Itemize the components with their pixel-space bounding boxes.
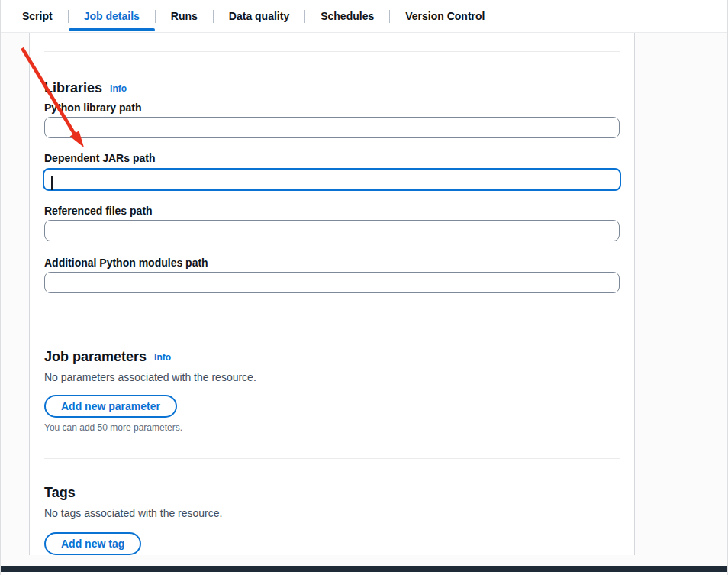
python-library-path-input[interactable] — [44, 117, 620, 138]
tags-heading-text: Tags — [44, 485, 76, 500]
text-cursor — [51, 176, 53, 190]
tags-section: Tags No tags associated with the resourc… — [44, 484, 620, 555]
tab-job-details[interactable]: Job details — [69, 0, 155, 32]
tab-schedules-label: Schedules — [321, 10, 374, 22]
dependent-jars-path-label: Dependent JARs path — [44, 152, 620, 164]
tab-script-label: Script — [22, 10, 53, 22]
tab-runs[interactable]: Runs — [156, 0, 213, 32]
libraries-section: LibrariesInfo Python library path Depend… — [44, 79, 620, 293]
referenced-files-path-input[interactable] — [44, 220, 620, 241]
tab-schedules[interactable]: Schedules — [305, 0, 389, 32]
job-parameters-info-link[interactable]: Info — [154, 352, 171, 363]
parameter-limit-text: You can add 50 more parameters. — [44, 422, 620, 433]
window-bottom-bar — [1, 566, 727, 572]
referenced-files-path-field — [44, 220, 620, 241]
tab-runs-label: Runs — [171, 10, 198, 22]
libraries-info-link[interactable]: Info — [110, 83, 127, 94]
python-library-path-field — [44, 117, 620, 138]
window-bottom-edge — [1, 572, 727, 575]
section-divider — [44, 51, 620, 52]
section-divider — [44, 321, 620, 321]
tab-script[interactable]: Script — [7, 0, 68, 32]
tags-empty-text: No tags associated with the resource. — [44, 506, 620, 520]
tags-heading: Tags — [44, 484, 620, 501]
dependent-jars-path-input[interactable] — [43, 168, 621, 191]
additional-python-modules-path-field — [44, 272, 620, 293]
tab-version-control[interactable]: Version Control — [390, 0, 500, 32]
add-new-tag-button[interactable]: Add new tag — [44, 532, 141, 555]
job-parameters-heading: Job parametersInfo — [44, 348, 620, 366]
job-details-panel: LibrariesInfo Python library path Depend… — [29, 33, 635, 555]
tab-bar: Script Job details Runs Data quality Sch… — [1, 0, 727, 33]
libraries-heading: LibrariesInfo — [44, 79, 620, 97]
job-parameters-heading-text: Job parameters — [44, 349, 147, 364]
glue-job-window: Script Job details Runs Data quality Sch… — [0, 0, 728, 575]
tab-job-details-label: Job details — [84, 10, 140, 22]
libraries-heading-text: Libraries — [44, 80, 102, 95]
job-parameters-empty-text: No parameters associated with the resour… — [44, 370, 620, 384]
dependent-jars-path-field — [44, 168, 620, 191]
tab-data-quality-label: Data quality — [229, 10, 289, 22]
referenced-files-path-label: Referenced files path — [44, 205, 620, 217]
tab-data-quality[interactable]: Data quality — [214, 0, 304, 32]
python-library-path-label: Python library path — [44, 102, 620, 114]
section-divider — [44, 458, 620, 459]
additional-python-modules-path-input[interactable] — [44, 272, 620, 293]
job-parameters-section: Job parametersInfo No parameters associa… — [44, 348, 620, 433]
additional-python-modules-path-label: Additional Python modules path — [44, 257, 620, 269]
add-new-parameter-button[interactable]: Add new parameter — [44, 395, 177, 418]
tab-version-control-label: Version Control — [405, 10, 485, 22]
